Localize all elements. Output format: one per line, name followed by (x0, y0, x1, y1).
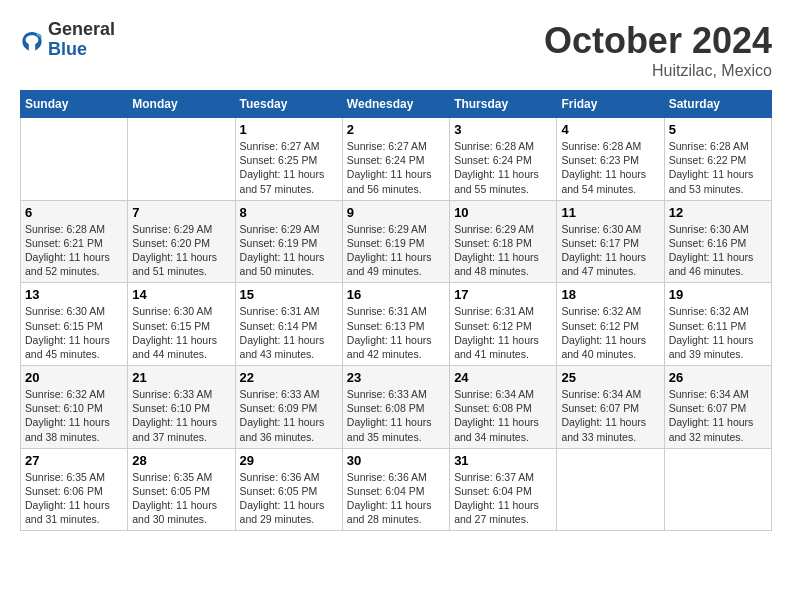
calendar-cell: 16Sunrise: 6:31 AMSunset: 6:13 PMDayligh… (342, 283, 449, 366)
calendar-cell: 11Sunrise: 6:30 AMSunset: 6:17 PMDayligh… (557, 200, 664, 283)
calendar-cell: 12Sunrise: 6:30 AMSunset: 6:16 PMDayligh… (664, 200, 771, 283)
logo-general: General (48, 19, 115, 39)
day-number: 19 (669, 287, 767, 302)
day-number: 10 (454, 205, 552, 220)
calendar-cell: 23Sunrise: 6:33 AMSunset: 6:08 PMDayligh… (342, 366, 449, 449)
logo-text: General Blue (48, 20, 115, 60)
calendar-cell: 19Sunrise: 6:32 AMSunset: 6:11 PMDayligh… (664, 283, 771, 366)
day-number: 2 (347, 122, 445, 137)
weekday-header-tuesday: Tuesday (235, 91, 342, 118)
day-number: 24 (454, 370, 552, 385)
day-number: 15 (240, 287, 338, 302)
day-info: Sunrise: 6:30 AMSunset: 6:15 PMDaylight:… (25, 304, 123, 361)
day-info: Sunrise: 6:31 AMSunset: 6:12 PMDaylight:… (454, 304, 552, 361)
calendar-cell: 17Sunrise: 6:31 AMSunset: 6:12 PMDayligh… (450, 283, 557, 366)
month-year: October 2024 (544, 20, 772, 62)
calendar-week-1: 1Sunrise: 6:27 AMSunset: 6:25 PMDaylight… (21, 118, 772, 201)
logo-blue-text: Blue (48, 39, 87, 59)
day-info: Sunrise: 6:28 AMSunset: 6:23 PMDaylight:… (561, 139, 659, 196)
calendar-cell: 8Sunrise: 6:29 AMSunset: 6:19 PMDaylight… (235, 200, 342, 283)
day-info: Sunrise: 6:28 AMSunset: 6:22 PMDaylight:… (669, 139, 767, 196)
day-info: Sunrise: 6:33 AMSunset: 6:08 PMDaylight:… (347, 387, 445, 444)
day-info: Sunrise: 6:34 AMSunset: 6:08 PMDaylight:… (454, 387, 552, 444)
calendar-cell: 27Sunrise: 6:35 AMSunset: 6:06 PMDayligh… (21, 448, 128, 531)
day-number: 8 (240, 205, 338, 220)
day-number: 22 (240, 370, 338, 385)
calendar-cell: 9Sunrise: 6:29 AMSunset: 6:19 PMDaylight… (342, 200, 449, 283)
calendar-week-2: 6Sunrise: 6:28 AMSunset: 6:21 PMDaylight… (21, 200, 772, 283)
day-info: Sunrise: 6:34 AMSunset: 6:07 PMDaylight:… (561, 387, 659, 444)
day-number: 12 (669, 205, 767, 220)
day-number: 31 (454, 453, 552, 468)
calendar-cell: 21Sunrise: 6:33 AMSunset: 6:10 PMDayligh… (128, 366, 235, 449)
day-number: 26 (669, 370, 767, 385)
calendar-table: SundayMondayTuesdayWednesdayThursdayFrid… (20, 90, 772, 531)
day-info: Sunrise: 6:36 AMSunset: 6:04 PMDaylight:… (347, 470, 445, 527)
day-info: Sunrise: 6:30 AMSunset: 6:16 PMDaylight:… (669, 222, 767, 279)
day-number: 20 (25, 370, 123, 385)
day-number: 16 (347, 287, 445, 302)
day-number: 23 (347, 370, 445, 385)
month-title: October 2024 Huitzilac, Mexico (544, 20, 772, 80)
calendar-cell: 7Sunrise: 6:29 AMSunset: 6:20 PMDaylight… (128, 200, 235, 283)
day-info: Sunrise: 6:28 AMSunset: 6:24 PMDaylight:… (454, 139, 552, 196)
day-info: Sunrise: 6:29 AMSunset: 6:18 PMDaylight:… (454, 222, 552, 279)
day-info: Sunrise: 6:35 AMSunset: 6:06 PMDaylight:… (25, 470, 123, 527)
calendar-cell: 14Sunrise: 6:30 AMSunset: 6:15 PMDayligh… (128, 283, 235, 366)
weekday-header-wednesday: Wednesday (342, 91, 449, 118)
calendar-cell: 13Sunrise: 6:30 AMSunset: 6:15 PMDayligh… (21, 283, 128, 366)
day-number: 5 (669, 122, 767, 137)
calendar-cell: 18Sunrise: 6:32 AMSunset: 6:12 PMDayligh… (557, 283, 664, 366)
calendar-cell: 15Sunrise: 6:31 AMSunset: 6:14 PMDayligh… (235, 283, 342, 366)
day-number: 30 (347, 453, 445, 468)
day-number: 11 (561, 205, 659, 220)
calendar-cell: 4Sunrise: 6:28 AMSunset: 6:23 PMDaylight… (557, 118, 664, 201)
calendar-cell: 24Sunrise: 6:34 AMSunset: 6:08 PMDayligh… (450, 366, 557, 449)
day-number: 6 (25, 205, 123, 220)
day-number: 27 (25, 453, 123, 468)
weekday-header-friday: Friday (557, 91, 664, 118)
day-info: Sunrise: 6:31 AMSunset: 6:13 PMDaylight:… (347, 304, 445, 361)
calendar-week-3: 13Sunrise: 6:30 AMSunset: 6:15 PMDayligh… (21, 283, 772, 366)
day-number: 18 (561, 287, 659, 302)
day-number: 14 (132, 287, 230, 302)
calendar-cell (21, 118, 128, 201)
weekday-header-saturday: Saturday (664, 91, 771, 118)
calendar-cell: 28Sunrise: 6:35 AMSunset: 6:05 PMDayligh… (128, 448, 235, 531)
day-info: Sunrise: 6:32 AMSunset: 6:10 PMDaylight:… (25, 387, 123, 444)
calendar-cell (128, 118, 235, 201)
day-info: Sunrise: 6:29 AMSunset: 6:19 PMDaylight:… (347, 222, 445, 279)
logo: General Blue (20, 20, 115, 60)
day-info: Sunrise: 6:36 AMSunset: 6:05 PMDaylight:… (240, 470, 338, 527)
day-info: Sunrise: 6:30 AMSunset: 6:17 PMDaylight:… (561, 222, 659, 279)
day-info: Sunrise: 6:35 AMSunset: 6:05 PMDaylight:… (132, 470, 230, 527)
calendar-cell: 3Sunrise: 6:28 AMSunset: 6:24 PMDaylight… (450, 118, 557, 201)
calendar-cell: 25Sunrise: 6:34 AMSunset: 6:07 PMDayligh… (557, 366, 664, 449)
day-info: Sunrise: 6:37 AMSunset: 6:04 PMDaylight:… (454, 470, 552, 527)
day-info: Sunrise: 6:33 AMSunset: 6:10 PMDaylight:… (132, 387, 230, 444)
day-number: 13 (25, 287, 123, 302)
location: Huitzilac, Mexico (544, 62, 772, 80)
day-info: Sunrise: 6:29 AMSunset: 6:19 PMDaylight:… (240, 222, 338, 279)
day-number: 3 (454, 122, 552, 137)
day-info: Sunrise: 6:32 AMSunset: 6:12 PMDaylight:… (561, 304, 659, 361)
calendar-cell: 26Sunrise: 6:34 AMSunset: 6:07 PMDayligh… (664, 366, 771, 449)
weekday-header-sunday: Sunday (21, 91, 128, 118)
day-number: 1 (240, 122, 338, 137)
calendar-cell: 2Sunrise: 6:27 AMSunset: 6:24 PMDaylight… (342, 118, 449, 201)
weekday-header-thursday: Thursday (450, 91, 557, 118)
day-info: Sunrise: 6:34 AMSunset: 6:07 PMDaylight:… (669, 387, 767, 444)
calendar-cell: 1Sunrise: 6:27 AMSunset: 6:25 PMDaylight… (235, 118, 342, 201)
day-info: Sunrise: 6:27 AMSunset: 6:24 PMDaylight:… (347, 139, 445, 196)
day-info: Sunrise: 6:33 AMSunset: 6:09 PMDaylight:… (240, 387, 338, 444)
weekday-header-monday: Monday (128, 91, 235, 118)
calendar-cell: 20Sunrise: 6:32 AMSunset: 6:10 PMDayligh… (21, 366, 128, 449)
calendar-cell: 10Sunrise: 6:29 AMSunset: 6:18 PMDayligh… (450, 200, 557, 283)
calendar-cell: 30Sunrise: 6:36 AMSunset: 6:04 PMDayligh… (342, 448, 449, 531)
day-number: 25 (561, 370, 659, 385)
calendar-week-4: 20Sunrise: 6:32 AMSunset: 6:10 PMDayligh… (21, 366, 772, 449)
calendar-cell: 5Sunrise: 6:28 AMSunset: 6:22 PMDaylight… (664, 118, 771, 201)
calendar-cell: 22Sunrise: 6:33 AMSunset: 6:09 PMDayligh… (235, 366, 342, 449)
day-info: Sunrise: 6:30 AMSunset: 6:15 PMDaylight:… (132, 304, 230, 361)
day-number: 29 (240, 453, 338, 468)
